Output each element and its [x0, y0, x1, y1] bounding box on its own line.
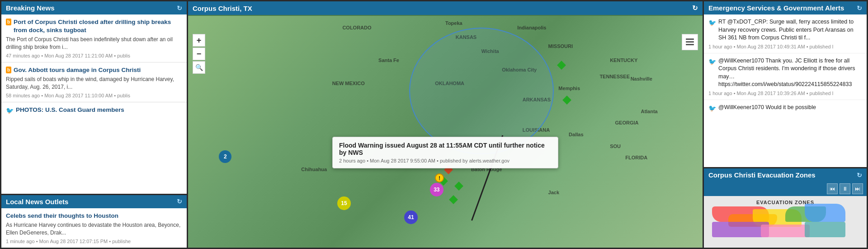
local-news-item-1-meta: 1 minute ago • Mon Aug 28 2017 12:07:15 …: [6, 239, 182, 244]
evacuation-section: Corpus Christi Evacuation Zones ↻ ⏮ ⏸ ⏭ …: [704, 168, 867, 248]
map-panel: Corpus Christi, TX ↻ KANSAS MISSOURI KEN…: [188, 1, 703, 248]
diamond-marker-4[interactable]: [449, 195, 458, 204]
emergency-title: Emergency Services & Government Alerts: [708, 4, 844, 12]
twitter-icon-3: 🐦: [6, 106, 14, 115]
broadcast-icon-1: b: [6, 19, 11, 25]
right-panel: Emergency Services & Government Alerts ↻…: [704, 1, 867, 248]
evac-zone-pink: [761, 225, 810, 238]
news-item-1-meta: 47 minutes ago • Mon Aug 28 2017 11:21:0…: [6, 53, 182, 58]
evacuation-refresh-icon[interactable]: ↻: [857, 172, 862, 179]
tweet-1-content-row: 🐦 RT @TxDOT_CRP: Surge wall, ferry acces…: [708, 18, 862, 42]
cluster-marker-2[interactable]: 2: [219, 150, 231, 163]
svg-rect-2: [686, 44, 694, 45]
map-controls: + − 🔍: [193, 34, 205, 74]
diamond-marker-5[interactable]: [454, 182, 463, 191]
city-label-chihuahua: Chihuahua: [301, 167, 327, 172]
flood-warning-popup[interactable]: Flood Warning issued August 28 at 11:55A…: [332, 137, 558, 168]
state-label-georgia: GEORGIA: [615, 120, 639, 125]
local-news-refresh-icon[interactable]: ↻: [177, 198, 182, 205]
broadcast-icon-2: b: [6, 67, 11, 73]
diamond-marker-2[interactable]: [562, 96, 571, 105]
evacuation-header: Corpus Christi Evacuation Zones ↻: [704, 168, 867, 182]
breaking-news-refresh-icon[interactable]: ↻: [177, 5, 182, 12]
evac-zone-blue: [805, 204, 845, 222]
news-item-2-meta: 58 minutes ago • Mon Aug 28 2017 11:10:0…: [6, 93, 182, 98]
news-item-3-title-row: 🐦 PHOTOS: U.S. Coast Guard members: [6, 106, 182, 115]
cluster-marker-41[interactable]: 41: [404, 211, 418, 224]
breaking-news-header: Breaking News ↻: [1, 1, 187, 14]
evacuation-map-inner: EVACUATION ZONES: [704, 196, 867, 248]
cluster-marker-15[interactable]: 15: [337, 196, 351, 210]
tweet-item-1[interactable]: 🐦 RT @TxDOT_CRP: Surge wall, ferry acces…: [704, 14, 867, 53]
twitter-icon-tweet3: 🐦: [708, 104, 716, 113]
diamond-marker-1[interactable]: [557, 61, 566, 70]
pause-button[interactable]: ⏸: [840, 183, 850, 194]
flood-popup-title: Flood Warning issued August 28 at 11:55A…: [339, 142, 552, 156]
tweet-item-2[interactable]: 🐦 @WillKeener1070 Thank you. JC Elliott …: [704, 53, 867, 100]
news-item-1-summary: The Port of Corpus Christi has been inde…: [6, 36, 182, 51]
region-label-newmexico: NEW MEXICO: [332, 81, 365, 86]
emergency-section: Emergency Services & Government Alerts ↻…: [704, 1, 867, 167]
evacuation-media-controls: ⏮ ⏸ ⏭: [704, 182, 867, 196]
city-label-memphis: Memphis: [558, 86, 580, 91]
breaking-news-title: Breaking News: [6, 4, 55, 12]
tweet-2-meta: 1 hour ago • Mon Aug 28 2017 10:39:26 AM…: [708, 91, 862, 96]
local-news-item-1[interactable]: Celebs send their thoughts to Houston As…: [1, 208, 187, 248]
state-label-sou: SOU: [610, 144, 621, 149]
rewind-button[interactable]: ⏮: [827, 183, 838, 194]
tweet-2-content-row: 🐦 @WillKeener1070 Thank you. JC Elliott …: [708, 57, 862, 89]
state-label-missouri: MISSOURI: [548, 43, 573, 49]
map-title: Corpus Christi, TX: [193, 5, 252, 12]
news-item-3-title-text: PHOTOS: U.S. Coast Guard members: [16, 106, 124, 114]
map-refresh-icon[interactable]: ↻: [692, 4, 698, 12]
news-item-2-title-row: b Gov. Abbott tours damage in Corpus Chr…: [6, 66, 182, 74]
news-item-1[interactable]: b Port of Corpus Christi closed after dr…: [1, 14, 187, 62]
tweet-3-content-row: 🐦 @WillKeener1070 Would it be possible: [708, 104, 862, 113]
forward-button[interactable]: ⏭: [852, 183, 863, 194]
zoom-in-button[interactable]: +: [193, 34, 205, 47]
twitter-icon-tweet2: 🐦: [708, 57, 716, 89]
map-body[interactable]: KANSAS MISSOURI KENTUCKY TENNESSEE OKLAH…: [188, 16, 703, 248]
news-item-2[interactable]: b Gov. Abbott tours damage in Corpus Chr…: [1, 62, 187, 102]
state-label-tennessee: TENNESSEE: [599, 74, 630, 79]
tweet-2-text: @WillKeener1070 Thank you. JC Elliott is…: [718, 57, 862, 89]
local-news-title: Local News Outlets: [6, 198, 68, 206]
local-news-item-1-title: Celebs send their thoughts to Houston: [6, 212, 182, 220]
tweet-1-meta: 1 hour ago • Mon Aug 28 2017 10:49:31 AM…: [708, 44, 862, 49]
tweet-1-text: RT @TxDOT_CRP: Surge wall, ferry access …: [718, 18, 862, 42]
emergency-header: Emergency Services & Government Alerts ↻: [704, 1, 867, 14]
twitter-icon-tweet1: 🐦: [708, 19, 716, 42]
state-label-indianapolis: Indianapolis: [517, 25, 546, 30]
state-label-jack: Jack: [548, 190, 559, 195]
local-news-header: Local News Outlets ↻: [1, 195, 187, 208]
storm-circle-outer: [409, 28, 554, 154]
search-button[interactable]: 🔍: [193, 61, 205, 74]
cluster-marker-33[interactable]: 33: [430, 183, 443, 196]
state-label-kentucky: KENTUCKY: [610, 57, 637, 63]
local-news-section: Local News Outlets ↻ Celebs send their t…: [1, 195, 187, 248]
layers-button[interactable]: [682, 34, 698, 50]
evacuation-map[interactable]: EVACUATION ZONES: [704, 196, 867, 248]
evac-zone-teal: [805, 222, 845, 237]
emergency-refresh-icon[interactable]: ↻: [857, 5, 862, 12]
breaking-news-section: Breaking News ↻ b Port of Corpus Christi…: [1, 1, 187, 194]
city-label-atlanta: Atlanta: [641, 109, 657, 114]
tweet-3-text: @WillKeener1070 Would it be possible: [718, 104, 816, 113]
news-item-2-summary: Ripped sails of boats whip in the wind, …: [6, 76, 182, 91]
city-label-nashville: Nashville: [631, 76, 652, 81]
evacuation-title: Corpus Christi Evacuation Zones: [708, 171, 816, 179]
state-label-florida: FLORIDA: [625, 155, 647, 160]
zoom-out-button[interactable]: −: [193, 48, 205, 60]
tweet-item-3[interactable]: 🐦 @WillKeener1070 Would it be possible: [704, 100, 867, 119]
warning-marker[interactable]: !: [435, 173, 444, 182]
news-item-3[interactable]: 🐦 PHOTOS: U.S. Coast Guard members: [1, 102, 187, 120]
news-item-1-title-row: b Port of Corpus Christi closed after dr…: [6, 18, 182, 34]
map-header: Corpus Christi, TX ↻: [188, 1, 703, 15]
left-panel: Breaking News ↻ b Port of Corpus Christi…: [1, 1, 187, 248]
news-item-2-title-text: Gov. Abbott tours damage in Corpus Chris…: [14, 66, 141, 74]
flood-popup-meta: 2 hours ago • Mon Aug 28 2017 9:55:00 AM…: [339, 158, 552, 163]
region-label-colorado: COLORADO: [342, 25, 371, 30]
svg-rect-0: [686, 38, 694, 40]
local-news-item-1-summary: As Hurricane Harvey continues to devasta…: [6, 221, 182, 237]
city-label-dallas: Dallas: [569, 132, 583, 137]
